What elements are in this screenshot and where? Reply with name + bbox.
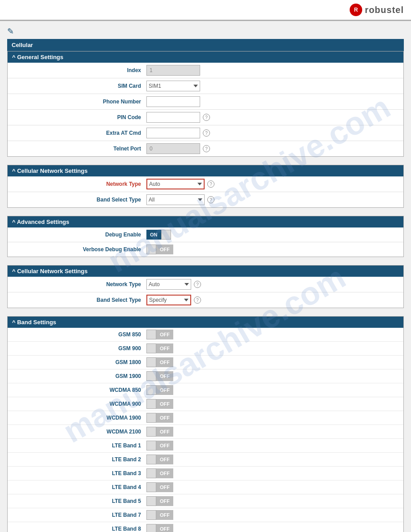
band-label: WCDMA 850 [12,387,146,393]
band-settings-header: ^ Band Settings [8,317,403,328]
band-row: LTE Band 7OFF [8,508,403,522]
telnet-port-row: Telnet Port ? [8,141,403,156]
extra-at-cmd-input[interactable] [146,128,200,138]
network-type-select-2[interactable]: Auto 2G 3G 4G [146,279,191,290]
sim-card-select[interactable]: SIM1 SIM2 [146,81,200,91]
verbose-debug-label: Verbose Debug Enable [12,246,146,253]
phone-number-input[interactable] [146,96,200,107]
debug-on-button[interactable]: ON [146,230,161,240]
band-row: LTE Band 3OFF [8,467,403,481]
band-off-button-12[interactable]: OFF [156,496,173,506]
edit-icon-row: ✎ [7,26,404,36]
band-slider-7 [146,427,156,437]
network-settings-header-1: ^ Cellular Network Settings [8,165,403,176]
advanced-settings-header: ^ Advanced Settings [8,216,403,227]
band-label: GSM 850 [12,331,146,338]
network-settings-header-2: ^ Cellular Network Settings [8,266,403,277]
phone-number-row: Phone Number [8,94,403,110]
sim-card-label: SIM Card [12,83,146,89]
band-toggle-3[interactable]: OFF [146,371,173,381]
pin-code-input[interactable] [146,112,200,123]
telnet-port-help-icon[interactable]: ? [203,145,210,152]
network-type-help-icon-2[interactable]: ? [194,281,201,288]
band-select-type-label-2: Band Select Type [12,297,146,303]
band-off-button-6[interactable]: OFF [156,413,173,423]
band-slider-11 [146,482,156,492]
band-off-button-7[interactable]: OFF [156,427,173,437]
band-row: GSM 1800OFF [8,356,403,369]
band-settings-title: ^ Band Settings [12,319,56,326]
band-label: LTE Band 5 [12,498,146,504]
band-off-button-0[interactable]: OFF [156,330,173,339]
network-type-help-icon-1[interactable]: ? [207,180,214,188]
index-row: Index [8,63,403,78]
band-label: WCDMA 1900 [12,415,146,421]
band-toggle-1[interactable]: OFF [146,343,173,353]
band-row: WCDMA 1900OFF [8,411,403,425]
band-toggle-2[interactable]: OFF [146,357,173,367]
band-toggle-5[interactable]: OFF [146,399,173,409]
band-off-button-10[interactable]: OFF [156,468,173,478]
general-settings-header: ^ General Settings [8,51,403,63]
band-toggle-0[interactable]: OFF [146,330,173,339]
band-slider-0 [146,330,156,339]
band-off-button-2[interactable]: OFF [156,357,173,367]
header: R robustel [0,0,411,21]
index-input[interactable] [146,65,200,76]
advanced-settings-title: ^ Advanced Settings [12,219,69,225]
band-off-button-8[interactable]: OFF [156,441,173,450]
band-toggle-14[interactable]: OFF [146,524,173,532]
band-select-type-select-1[interactable]: All Specify [146,194,205,205]
verbose-debug-toggle[interactable]: OFF [146,245,173,254]
band-off-button-11[interactable]: OFF [156,482,173,492]
band-select-type-help-icon-2[interactable]: ? [194,296,201,304]
band-toggle-8[interactable]: OFF [146,441,173,450]
band-select-type-select-2[interactable]: All Specify [146,295,191,305]
pin-code-help-icon[interactable]: ? [203,114,210,121]
edit-icon[interactable]: ✎ [7,27,14,36]
band-select-type-help-icon-1[interactable]: ? [207,196,214,203]
band-select-type-row-1: Band Select Type All Specify ? [8,192,403,207]
band-toggle-9[interactable]: OFF [146,455,173,464]
sim-card-row: SIM Card SIM1 SIM2 [8,78,403,94]
band-label: GSM 1900 [12,373,146,379]
band-row: GSM 1900OFF [8,369,403,383]
band-row: WCDMA 2100OFF [8,425,403,439]
band-toggle-12[interactable]: OFF [146,496,173,506]
band-toggle-11[interactable]: OFF [146,482,173,492]
band-off-button-1[interactable]: OFF [156,343,173,353]
band-toggle-4[interactable]: OFF [146,385,173,395]
band-toggle-13[interactable]: OFF [146,510,173,520]
band-slider-10 [146,468,156,478]
verbose-debug-off-button[interactable]: OFF [156,245,173,254]
band-toggle-7[interactable]: OFF [146,427,173,437]
index-label: Index [12,67,146,73]
band-off-button-3[interactable]: OFF [156,371,173,381]
band-slider-2 [146,357,156,367]
band-row: GSM 900OFF [8,342,403,356]
band-toggle-6[interactable]: OFF [146,413,173,423]
band-select-type-label-1: Band Select Type [12,197,146,203]
debug-on-slider [161,230,171,240]
band-off-button-13[interactable]: OFF [156,510,173,520]
band-settings-block: ^ Band Settings GSM 850OFFGSM 900OFFGSM … [7,316,404,532]
band-slider-4 [146,385,156,395]
network-type-label-1: Network Type [12,181,146,187]
extra-at-cmd-help-icon[interactable]: ? [203,129,210,137]
band-off-button-4[interactable]: OFF [156,385,173,395]
band-off-button-5[interactable]: OFF [156,399,173,409]
band-off-button-9[interactable]: OFF [156,455,173,464]
network-type-label-2: Network Type [12,281,146,287]
band-row: LTE Band 5OFF [8,494,403,508]
network-type-select-1[interactable]: Auto 2G 3G 4G [146,179,205,189]
debug-enable-toggle[interactable]: ON [146,230,171,240]
band-toggle-10[interactable]: OFF [146,468,173,478]
cellular-header: Cellular [7,39,404,51]
telnet-port-input[interactable] [146,143,200,154]
band-slider-9 [146,455,156,464]
verbose-debug-row: Verbose Debug Enable OFF [8,242,403,257]
band-label: WCDMA 2100 [12,429,146,435]
band-row: WCDMA 900OFF [8,397,403,411]
band-off-button-14[interactable]: OFF [156,524,173,532]
band-row: WCDMA 850OFF [8,383,403,397]
